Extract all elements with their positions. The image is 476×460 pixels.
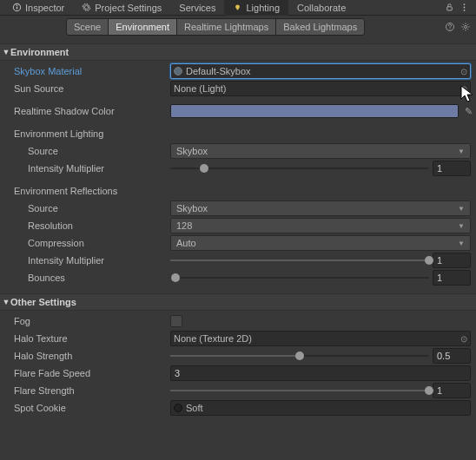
- refl-intensity-label: Intensity Multiplier: [28, 255, 170, 266]
- lock-icon[interactable]: [445, 3, 454, 12]
- env-lighting-intensity-slider[interactable]: [170, 161, 429, 175]
- spot-cookie-field[interactable]: Soft: [170, 400, 471, 416]
- refl-source-label: Source: [28, 203, 170, 214]
- skybox-material-label: Skybox Material: [14, 66, 170, 76]
- refl-source-dropdown[interactable]: Skybox ▼: [170, 200, 471, 216]
- object-picker-icon[interactable]: ⊙: [460, 334, 467, 344]
- section-other-settings-label: Other Settings: [10, 297, 76, 307]
- top-tab-bar: Inspector Project Settings Services Ligh…: [0, 0, 476, 16]
- refl-bounces-slider[interactable]: [170, 271, 429, 285]
- svg-point-10: [449, 29, 450, 30]
- realtime-shadow-color-label: Realtime Shadow Color: [14, 106, 170, 116]
- subtab-scene[interactable]: Scene: [66, 18, 109, 36]
- fog-checkbox[interactable]: [170, 315, 182, 327]
- refl-compression-dropdown[interactable]: Auto ▼: [170, 235, 471, 251]
- halo-strength-label: Halo Strength: [14, 351, 170, 361]
- svg-point-8: [464, 10, 466, 11]
- refl-source-value: Skybox: [176, 203, 208, 214]
- flare-strength-label: Flare Strength: [14, 385, 170, 396]
- spot-cookie-label: Spot Cookie: [14, 403, 170, 413]
- svg-rect-5: [447, 7, 453, 10]
- environment-reflections-header: Environment Reflections: [0, 182, 476, 200]
- object-picker-icon[interactable]: ⊙: [460, 84, 467, 94]
- env-lighting-intensity-label: Intensity Multiplier: [28, 163, 170, 174]
- subtab-environment[interactable]: Environment: [108, 18, 177, 36]
- svg-point-7: [464, 7, 466, 9]
- tab-inspector-label: Inspector: [25, 3, 64, 13]
- flare-strength-value[interactable]: 1: [433, 383, 471, 398]
- env-lighting-source-label: Source: [28, 146, 170, 156]
- help-icon[interactable]: [445, 22, 455, 32]
- skybox-material-value: Default-Skybox: [186, 66, 251, 76]
- foldout-arrow-icon: ▼: [2, 48, 10, 56]
- section-other-settings-header[interactable]: ▼ Other Settings: [0, 293, 476, 311]
- refl-resolution-value: 128: [176, 220, 192, 231]
- refl-intensity-value[interactable]: 1: [433, 253, 471, 268]
- info-icon: [12, 3, 22, 12]
- tab-project-settings[interactable]: Project Settings: [73, 0, 170, 16]
- refl-resolution-label: Resolution: [28, 220, 170, 231]
- material-icon: [174, 67, 182, 76]
- sun-source-field[interactable]: None (Light) ⊙: [170, 81, 471, 96]
- svg-point-3: [236, 4, 241, 9]
- env-lighting-source-value: Skybox: [176, 146, 208, 156]
- eyedropper-icon[interactable]: ✎: [465, 106, 473, 117]
- dropdown-arrow-icon: ▼: [458, 205, 465, 213]
- svg-rect-4: [237, 9, 239, 10]
- svg-point-11: [465, 26, 467, 29]
- gear-icon: [82, 3, 91, 12]
- refl-resolution-dropdown[interactable]: 128 ▼: [170, 218, 471, 233]
- dropdown-arrow-icon: ▼: [458, 240, 465, 247]
- svg-rect-1: [17, 7, 17, 10]
- section-environment-label: Environment: [10, 47, 69, 57]
- refl-compression-value: Auto: [176, 238, 196, 248]
- flare-strength-slider[interactable]: [170, 384, 429, 398]
- dropdown-arrow-icon: ▼: [458, 222, 465, 230]
- fog-label: Fog: [14, 316, 170, 326]
- tab-collaborate-label: Collaborate: [297, 3, 346, 13]
- halo-texture-field[interactable]: None (Texture 2D) ⊙: [170, 331, 471, 346]
- env-lighting-intensity-value[interactable]: 1: [433, 161, 471, 176]
- realtime-shadow-color-field[interactable]: ✎: [170, 104, 459, 118]
- refl-compression-label: Compression: [28, 238, 170, 248]
- halo-strength-value[interactable]: 0.5: [433, 348, 471, 364]
- sun-source-label: Sun Source: [14, 83, 170, 94]
- more-icon[interactable]: [459, 3, 469, 12]
- refl-bounces-value[interactable]: 1: [433, 270, 471, 286]
- halo-texture-label: Halo Texture: [14, 333, 170, 344]
- svg-rect-2: [17, 5, 17, 6]
- env-lighting-source-dropdown[interactable]: Skybox ▼: [170, 143, 471, 159]
- object-picker-icon[interactable]: ⊙: [460, 67, 467, 76]
- tab-services[interactable]: Services: [170, 0, 224, 16]
- tab-project-settings-label: Project Settings: [95, 3, 162, 13]
- skybox-material-field[interactable]: Default-Skybox ⊙: [170, 63, 471, 79]
- section-environment-header[interactable]: ▼ Environment: [0, 43, 476, 61]
- refl-bounces-label: Bounces: [28, 273, 170, 283]
- halo-texture-value: None (Texture 2D): [174, 333, 252, 344]
- foldout-arrow-icon: ▼: [2, 298, 10, 306]
- subtab-realtime-lightmaps[interactable]: Realtime Lightmaps: [176, 18, 276, 36]
- lightbulb-icon: [233, 3, 242, 12]
- tab-inspector[interactable]: Inspector: [3, 0, 73, 16]
- svg-point-6: [464, 3, 466, 5]
- subtab-baked-lightmaps[interactable]: Baked Lightmaps: [275, 18, 365, 36]
- sub-tab-bar: Scene Environment Realtime Lightmaps Bak…: [0, 16, 476, 38]
- tab-lighting-label: Lighting: [246, 3, 280, 13]
- texture-icon: [174, 404, 182, 412]
- sun-source-value: None (Light): [174, 83, 227, 94]
- tab-collaborate[interactable]: Collaborate: [288, 0, 354, 16]
- tab-lighting[interactable]: Lighting: [224, 0, 288, 16]
- refl-intensity-slider[interactable]: [170, 253, 429, 267]
- settings-gear-icon[interactable]: [460, 22, 471, 32]
- spot-cookie-value: Soft: [186, 403, 203, 413]
- flare-fade-speed-field[interactable]: 3: [170, 365, 471, 381]
- flare-fade-speed-label: Flare Fade Speed: [14, 368, 170, 378]
- halo-strength-slider[interactable]: [170, 349, 429, 363]
- tab-services-label: Services: [179, 3, 215, 13]
- dropdown-arrow-icon: ▼: [458, 148, 465, 155]
- environment-lighting-header: Environment Lighting: [0, 125, 476, 142]
